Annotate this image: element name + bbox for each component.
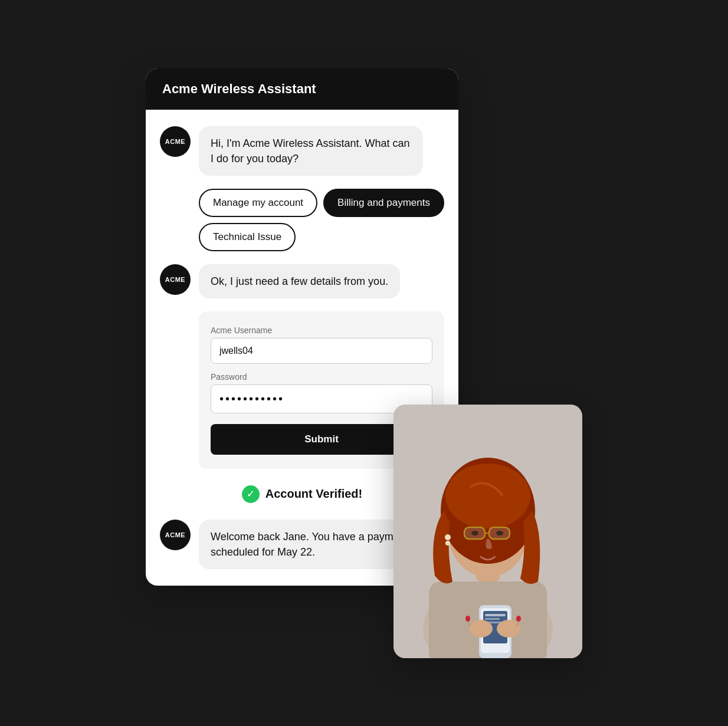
svg-point-23 bbox=[497, 620, 520, 638]
svg-point-13 bbox=[496, 531, 503, 536]
details-bubble: Ok, I just need a few details from you. bbox=[199, 264, 400, 298]
check-icon: ✓ bbox=[242, 485, 260, 503]
username-input[interactable] bbox=[211, 338, 432, 364]
avatar: ACME bbox=[160, 126, 191, 157]
avatar-2: ACME bbox=[160, 264, 191, 295]
username-field-group: Acme Username bbox=[211, 326, 432, 364]
svg-point-14 bbox=[445, 534, 451, 540]
chat-header: Acme Wireless Assistant bbox=[146, 68, 458, 110]
quick-replies: Manage my account Billing and payments T… bbox=[160, 189, 444, 251]
technical-issue-button[interactable]: Technical Issue bbox=[199, 223, 296, 251]
svg-rect-19 bbox=[485, 614, 506, 616]
svg-point-25 bbox=[516, 616, 521, 622]
welcome-bubble: Welcome back Jane. You have a payment sc… bbox=[199, 520, 423, 569]
username-label: Acme Username bbox=[211, 326, 432, 335]
svg-point-22 bbox=[469, 620, 493, 638]
details-message-row: ACME Ok, I just need a few details from … bbox=[160, 264, 444, 298]
svg-point-6 bbox=[445, 464, 530, 528]
photo-overlay bbox=[393, 405, 582, 658]
billing-payments-button[interactable]: Billing and payments bbox=[323, 189, 444, 217]
svg-point-12 bbox=[471, 531, 478, 536]
svg-point-15 bbox=[445, 541, 450, 546]
greeting-message-row: ACME Hi, I'm Acme Wireless Assistant. Wh… bbox=[160, 126, 444, 176]
avatar-3: ACME bbox=[160, 520, 191, 550]
manage-account-button[interactable]: Manage my account bbox=[199, 189, 317, 217]
person-photo bbox=[393, 405, 582, 658]
svg-rect-20 bbox=[485, 618, 500, 620]
scene: Acme Wireless Assistant ACME Hi, I'm Acm… bbox=[146, 68, 582, 658]
svg-point-24 bbox=[465, 616, 470, 622]
verified-text: Account Verified! bbox=[265, 487, 362, 501]
password-label: Password bbox=[211, 372, 432, 382]
app-title: Acme Wireless Assistant bbox=[162, 81, 316, 96]
greeting-bubble: Hi, I'm Acme Wireless Assistant. What ca… bbox=[199, 126, 423, 176]
